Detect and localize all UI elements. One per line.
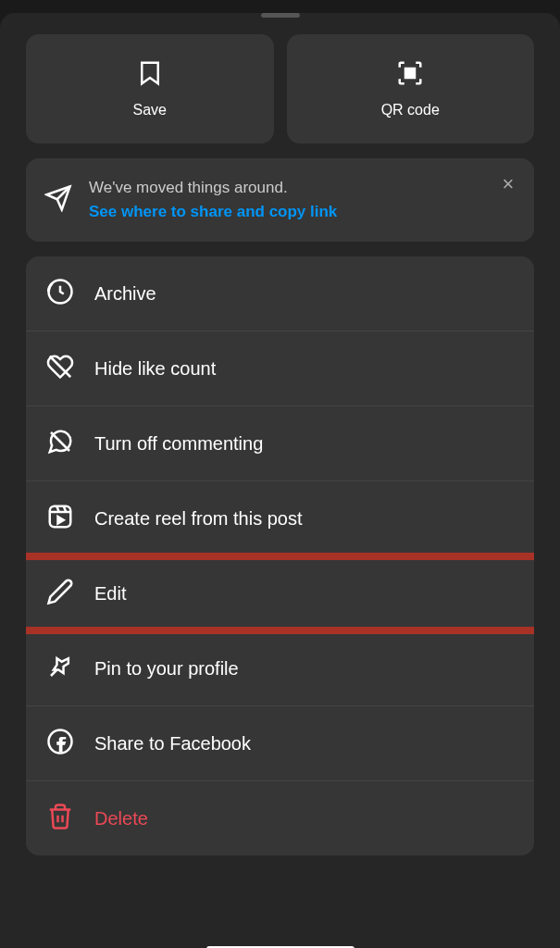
action-sheet: Save QR code We've moved things around. … [0, 13, 560, 948]
close-icon[interactable]: × [495, 171, 521, 197]
svg-rect-2 [405, 74, 409, 78]
qr-code-icon [396, 59, 424, 91]
archive-icon [46, 278, 74, 309]
menu-item-pin[interactable]: Pin to your profile [26, 631, 534, 706]
send-icon [44, 184, 72, 216]
notice-text: We've moved things around. See where to … [89, 179, 516, 221]
menu-item-turn-off-commenting[interactable]: Turn off commenting [26, 406, 534, 481]
menu-item-archive[interactable]: Archive [26, 256, 534, 331]
qr-code-button[interactable]: QR code [287, 34, 535, 143]
svg-rect-3 [412, 74, 416, 78]
facebook-icon [46, 728, 74, 759]
menu-item-edit[interactable]: Edit [26, 556, 534, 631]
notice-line1: We've moved things around. [89, 179, 516, 197]
hide-likes-label: Hide like count [94, 358, 216, 380]
heart-slash-icon [46, 353, 74, 384]
svg-rect-0 [405, 69, 409, 72]
menu-item-hide-likes[interactable]: Hide like count [26, 331, 534, 406]
svg-line-6 [51, 432, 69, 451]
edit-label: Edit [94, 583, 126, 605]
menu-item-create-reel[interactable]: Create reel from this post [26, 481, 534, 556]
turn-off-commenting-label: Turn off commenting [94, 433, 263, 455]
pin-label: Pin to your profile [94, 658, 239, 680]
pin-icon [46, 653, 74, 684]
info-notice: We've moved things around. See where to … [26, 158, 534, 242]
qr-code-label: QR code [381, 102, 440, 118]
share-facebook-label: Share to Facebook [94, 733, 251, 755]
notice-link[interactable]: See where to share and copy link [89, 203, 516, 221]
archive-label: Archive [94, 283, 156, 305]
delete-label: Delete [94, 808, 148, 830]
svg-rect-1 [412, 69, 416, 72]
trash-icon [46, 803, 74, 834]
menu-item-delete[interactable]: Delete [26, 781, 534, 855]
save-label: Save [133, 102, 167, 118]
menu-item-share-facebook[interactable]: Share to Facebook [26, 706, 534, 781]
svg-rect-7 [50, 506, 71, 528]
reel-icon [46, 503, 74, 534]
menu-list: Archive Hide like count Turn off comment… [26, 256, 534, 855]
sheet-grabber[interactable] [261, 13, 300, 18]
pencil-icon [46, 578, 74, 609]
top-button-row: Save QR code [0, 34, 560, 158]
bookmark-icon [136, 59, 164, 91]
save-button[interactable]: Save [26, 34, 274, 143]
create-reel-label: Create reel from this post [94, 508, 303, 530]
comment-slash-icon [46, 428, 74, 459]
